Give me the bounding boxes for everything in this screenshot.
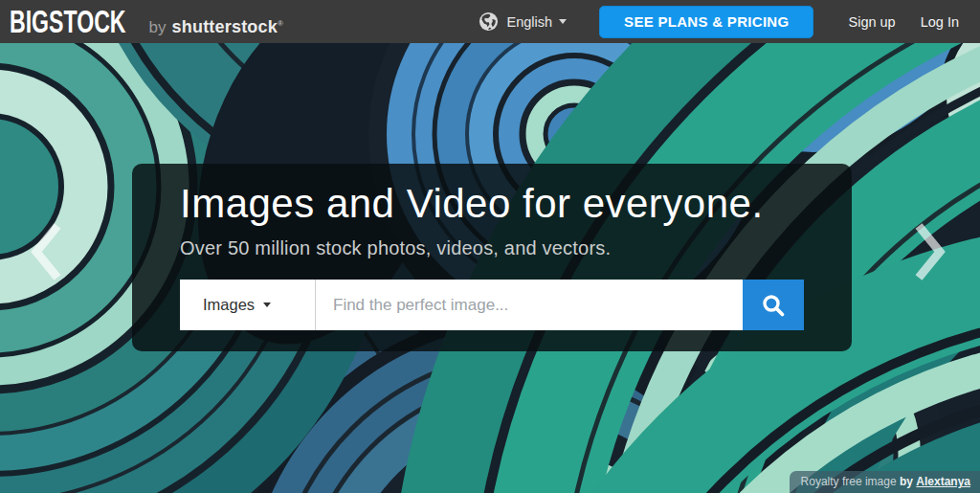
attribution-author-link[interactable]: Alextanya (916, 475, 970, 488)
carousel-next-button[interactable] (913, 221, 947, 282)
logo-bigstock-text: BIGSTOCK (10, 0, 126, 43)
globe-icon (479, 11, 499, 32)
caret-down-icon (263, 303, 271, 307)
attribution-by: by (900, 475, 913, 488)
bigstock-logo[interactable]: BIGSTOCK by shutterstock® (10, 0, 283, 43)
attribution-text: Royalty free image (801, 475, 897, 488)
signup-link[interactable]: Sign up (848, 14, 895, 30)
search-input[interactable] (316, 280, 743, 330)
chevron-left-icon (29, 221, 63, 282)
search-icon (761, 293, 786, 318)
language-selector[interactable]: English (479, 11, 568, 32)
see-plans-button[interactable]: SEE PLANS & PRICING (599, 6, 813, 38)
hero-panel: Images and Video for everyone. Over 50 m… (132, 164, 852, 351)
search-bar: Images (180, 280, 804, 330)
caret-down-icon (559, 19, 567, 24)
search-category-dropdown[interactable]: Images (180, 280, 316, 330)
hero-title: Images and Video for everyone. (180, 180, 804, 228)
app-navbar: BIGSTOCK by shutterstock® English SEE PL… (0, 0, 980, 43)
login-link[interactable]: Log In (921, 14, 959, 30)
hero-subtitle: Over 50 million stock photos, videos, an… (180, 237, 804, 259)
search-button[interactable] (743, 280, 804, 330)
carousel-prev-button[interactable] (29, 221, 63, 282)
image-attribution: Royalty free image by Alextanya (790, 471, 980, 493)
chevron-right-icon (913, 221, 947, 282)
registered-mark: ® (278, 19, 283, 28)
logo-by-text: by (149, 18, 167, 37)
logo-shutterstock-text: shutterstock® (172, 17, 284, 37)
language-label: English (507, 14, 553, 30)
search-category-label: Images (203, 296, 255, 314)
hero-section: Images and Video for everyone. Over 50 m… (0, 43, 980, 493)
